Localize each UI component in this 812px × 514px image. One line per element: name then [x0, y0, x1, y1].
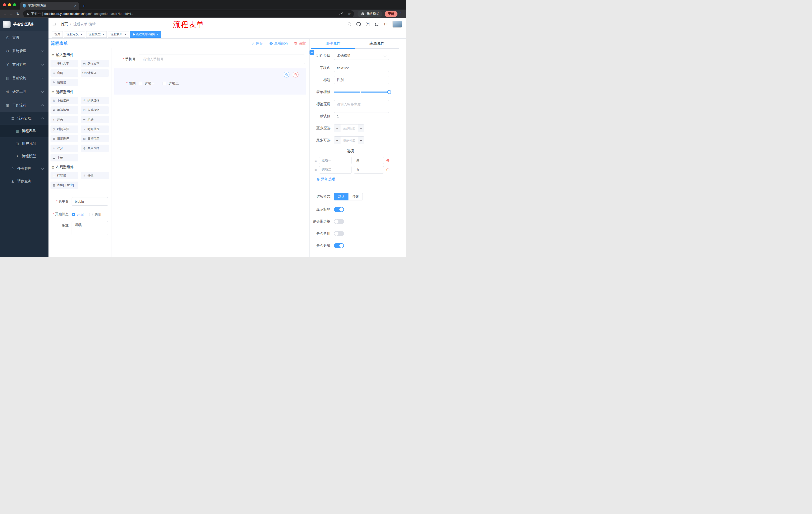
clear-button[interactable]: 清空	[294, 41, 306, 46]
prop-slider-form-grid[interactable]	[334, 88, 389, 96]
view-tab-process-form-edit[interactable]: 流程表单-编辑×	[130, 31, 161, 38]
sidebar-item-process-model[interactable]: ✈流程模型	[0, 150, 49, 162]
tab-close-icon[interactable]: ×	[80, 33, 82, 36]
slider-handle[interactable]	[387, 90, 391, 94]
phone-input[interactable]: 请输入手机号	[139, 55, 305, 64]
option-label-input[interactable]: 选项一	[319, 157, 351, 164]
sidebar-item-task-mgmt[interactable]: ⚐任务管理	[0, 162, 49, 175]
sidebar-item-system[interactable]: ⚙系统管理	[0, 44, 49, 58]
app-logo[interactable]: 芋道管理系统	[0, 18, 49, 31]
form-name-input[interactable]	[71, 197, 108, 206]
tab-close-icon[interactable]: ×	[74, 4, 76, 7]
browser-tab[interactable]: 芋道管理系统 ×	[20, 2, 79, 9]
decrease-button[interactable]: −	[334, 137, 341, 144]
toggle-switch-show-label[interactable]	[334, 207, 344, 212]
drag-handle-icon[interactable]: ≡	[315, 158, 317, 163]
toggle-switch-required[interactable]	[334, 243, 344, 248]
copy-component-button[interactable]	[284, 72, 289, 77]
toggle-switch-bordered[interactable]	[334, 219, 344, 224]
toggle-switch-disabled[interactable]	[334, 231, 344, 236]
remove-circle-icon[interactable]: ⊖	[386, 158, 390, 163]
increase-button[interactable]: +	[358, 137, 364, 144]
sidebar-item-devtools[interactable]: ⚒研发工具	[0, 85, 49, 99]
palette-item-time-range[interactable]: ◔时间范围	[81, 126, 109, 133]
update-button[interactable]: 更新	[385, 11, 398, 17]
close-window-button[interactable]	[3, 3, 6, 6]
sidebar-item-process-form[interactable]: ▥流程表单	[0, 125, 49, 137]
palette-item-radio-group[interactable]: ◉单选框组	[51, 106, 78, 114]
palette-item-single-line[interactable]: ▭单行文本	[51, 60, 78, 67]
view-tab-process-model[interactable]: 流程模型×	[86, 31, 107, 38]
font-size-icon[interactable]: TT	[384, 22, 388, 26]
prop-input-title[interactable]	[334, 76, 389, 84]
sidebar-item-workflow[interactable]: ▣工作流程	[0, 99, 49, 112]
github-icon[interactable]	[356, 22, 361, 26]
bookmark-star-icon[interactable]: ☆	[346, 12, 352, 16]
style-option-button[interactable]: 默认	[334, 193, 348, 200]
palette-item-editor[interactable]: ✎编辑器	[51, 79, 78, 86]
sidebar-item-infra[interactable]: ▤基础设施	[0, 72, 49, 85]
style-option-button[interactable]: 按钮	[348, 193, 363, 200]
palette-item-select[interactable]: ◎下拉选择	[51, 97, 78, 104]
drag-handle-icon[interactable]: ≡	[315, 168, 317, 172]
palette-item-button[interactable]: ☝按钮	[81, 172, 109, 179]
address-bar[interactable]: 不安全 dashboard.yudao.iocoder.cn/bpm/manag…	[23, 10, 354, 17]
palette-item-time[interactable]: ◷时间选择	[51, 126, 78, 133]
user-avatar[interactable]	[393, 21, 402, 28]
field-link-icon[interactable]: ∞	[310, 50, 314, 55]
sidebar-item-leave-query[interactable]: ♟请假查询	[0, 175, 49, 188]
minimize-window-button[interactable]	[8, 3, 11, 6]
increase-button[interactable]: +	[358, 125, 364, 132]
forward-icon[interactable]: →	[8, 10, 14, 17]
option-value-input[interactable]: 男	[354, 157, 384, 164]
view-tab-home[interactable]: 首页	[52, 31, 63, 38]
tab-close-icon[interactable]: ×	[124, 33, 126, 36]
back-icon[interactable]: ←	[1, 10, 8, 17]
delete-component-button[interactable]	[293, 72, 298, 77]
gender-checkbox[interactable]: 选项一	[139, 81, 155, 86]
prop-input-default-value[interactable]	[334, 112, 389, 120]
palette-item-slider[interactable]: ⊸滑块	[81, 116, 109, 123]
palette-item-cascade[interactable]: ⋔级联选择	[81, 97, 109, 104]
option-value-input[interactable]: 女	[354, 166, 384, 173]
help-icon[interactable]: ?	[366, 22, 370, 26]
status-radio[interactable]: 开启	[71, 212, 84, 217]
search-icon[interactable]	[347, 22, 351, 26]
new-tab-button[interactable]: +	[82, 3, 85, 8]
sidebar-item-process-mgmt[interactable]: ≣流程管理	[0, 112, 49, 125]
palette-item-password[interactable]: ∗密码	[51, 70, 78, 77]
prop-input-field-name[interactable]	[334, 64, 389, 72]
palette-item-table[interactable]: ▦表格[开发中]	[51, 182, 78, 189]
breadcrumb-home[interactable]: 首页	[61, 22, 68, 26]
view-tab-process-form[interactable]: 流程表单×	[108, 31, 129, 38]
prop-input-label-width[interactable]	[334, 100, 389, 108]
palette-item-switch[interactable]: ◐开关	[51, 116, 78, 123]
palette-item-checkbox-group[interactable]: ☑多选框组	[81, 106, 109, 114]
reload-icon[interactable]: ↻	[14, 10, 21, 17]
tab-close-icon[interactable]: ×	[157, 33, 159, 36]
decrease-button[interactable]: −	[334, 125, 341, 132]
palette-item-date-range[interactable]: ▧日期范围	[81, 135, 109, 142]
option-label-input[interactable]: 选项二	[319, 166, 351, 173]
hamburger-icon[interactable]	[52, 22, 57, 26]
fullscreen-icon[interactable]	[375, 22, 379, 26]
palette-item-row-container[interactable]: ◫行容器	[51, 172, 78, 179]
palette-item-upload[interactable]: ☁上传	[51, 154, 78, 161]
sidebar-item-home[interactable]: ◷首页	[0, 31, 49, 44]
view-json-button[interactable]: 查看json	[269, 41, 288, 46]
tab-close-icon[interactable]: ×	[103, 33, 105, 36]
prop-select-component-type[interactable]: 多选框组	[334, 52, 389, 60]
maximize-window-button[interactable]	[13, 3, 16, 6]
password-key-icon[interactable]	[338, 12, 344, 16]
add-option-button[interactable]: ⊕ 添加选项	[317, 177, 406, 182]
gender-checkbox[interactable]: 选项二	[163, 81, 179, 86]
canvas-field-gender-selected[interactable]: 性别 选项一选项二	[114, 69, 306, 94]
palette-item-date[interactable]: ▦日期选择	[51, 135, 78, 142]
palette-item-rate[interactable]: ☆评分	[51, 144, 78, 152]
canvas-field-phone[interactable]: 手机号 请输入手机号	[114, 54, 309, 64]
sidebar-item-user-group[interactable]: ◫用户分组	[0, 137, 49, 150]
palette-item-multi-line[interactable]: ▤多行文本	[81, 60, 109, 67]
remove-circle-icon[interactable]: ⊖	[386, 168, 390, 172]
status-radio[interactable]: 关闭	[89, 212, 101, 217]
palette-item-counter[interactable]: 123计数器	[81, 70, 109, 77]
